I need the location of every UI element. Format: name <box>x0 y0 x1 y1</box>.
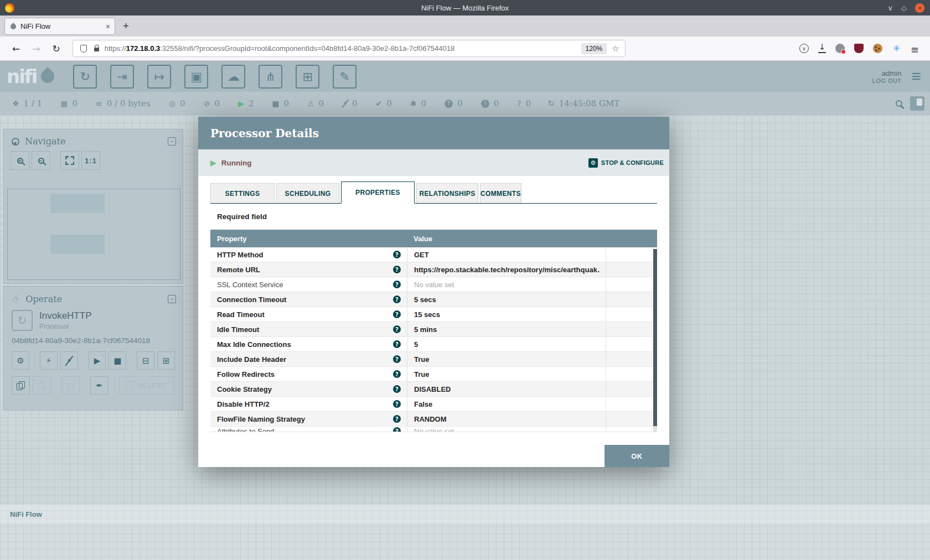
lock-icon[interactable] <box>94 48 99 51</box>
zoom-actual-button[interactable]: 1:1 <box>81 151 100 170</box>
property-value-cell[interactable]: GET <box>407 247 606 262</box>
last-refreshed-time: 14:45:08 GMT <box>559 98 619 108</box>
stop-button[interactable]: ■ <box>108 351 126 370</box>
property-value-cell[interactable]: DISABLED <box>407 382 606 396</box>
zoom-level-badge[interactable]: 120% <box>581 43 607 54</box>
tab-close-icon[interactable]: × <box>106 22 110 31</box>
process-group-icon[interactable]: ▣ <box>184 65 208 89</box>
ok-button[interactable]: OK <box>604 445 669 467</box>
property-value-cell[interactable]: 15 secs <box>407 307 606 322</box>
help-icon[interactable]: ? <box>393 400 401 408</box>
start-button[interactable]: ▶ <box>89 351 106 370</box>
remote-process-group-icon[interactable]: ☁ <box>221 65 245 89</box>
help-icon[interactable]: ? <box>393 385 401 393</box>
disable-button[interactable]: ⚡ <box>60 351 78 370</box>
browser-tab[interactable]: NiFi Flow × <box>4 18 115 35</box>
enable-button[interactable]: ⚡ <box>40 351 58 370</box>
pocket-icon[interactable]: ∨ <box>799 44 809 53</box>
processor-icon[interactable]: ↻ <box>73 65 97 89</box>
refresh-icon[interactable]: ↻ <box>547 98 555 108</box>
zoom-out-button[interactable]: − <box>32 151 50 170</box>
help-icon[interactable]: ? <box>393 427 401 432</box>
operate-buttons-row1: ⚙ ⚡ ⚡ ▶ ■ ⊟ ⊞ <box>12 351 175 370</box>
table-scrollbar-thumb[interactable] <box>653 249 657 426</box>
stop-and-configure-button[interactable]: ⚙ STOP & CONFIGURE <box>588 158 664 168</box>
reload-button[interactable]: ↻ <box>53 43 60 54</box>
help-icon[interactable]: ? <box>393 355 401 363</box>
dialog-tab[interactable]: SCHEDULING <box>276 183 339 203</box>
table-scrollbar[interactable] <box>653 249 657 432</box>
dialog-tab[interactable]: COMMENTS <box>480 183 521 203</box>
help-icon[interactable]: ? <box>393 415 401 423</box>
property-value-cell[interactable]: No value set <box>407 427 606 432</box>
panel-toggle-icon[interactable] <box>910 96 924 111</box>
global-menu-icon[interactable]: ≡ <box>911 68 921 85</box>
hamburger-menu-icon[interactable]: ≡ <box>911 44 920 53</box>
paste-button[interactable] <box>33 376 51 395</box>
delete-button[interactable]: DELETE <box>119 376 174 395</box>
row-actions-cell <box>606 337 657 351</box>
property-value-cell[interactable]: 5 secs <box>407 292 606 307</box>
dialog-tab[interactable]: SETTINGS <box>210 183 275 203</box>
not-transmitting-icon: ⊘ 0 <box>204 98 220 108</box>
forward-button[interactable]: → <box>32 43 40 54</box>
row-actions-cell <box>606 412 657 426</box>
zoom-fit-button[interactable] <box>60 151 79 170</box>
ublock-shield-icon[interactable] <box>854 44 864 53</box>
browser-navbar: ← → ↻ https://172.18.0.3:32558/nifi/?pro… <box>0 37 930 61</box>
help-icon[interactable]: ? <box>393 266 401 273</box>
property-value-cell[interactable]: 5 mins <box>407 322 606 336</box>
queued-icon: ≡ 0 / 0 bytes <box>96 98 151 108</box>
property-value-cell[interactable]: True <box>407 367 606 381</box>
label-icon[interactable]: ✎ <box>333 65 356 89</box>
property-value-cell[interactable]: True <box>407 352 606 366</box>
help-icon[interactable]: ? <box>393 281 401 288</box>
change-color-button[interactable]: ✒ <box>90 376 108 395</box>
new-tab-button[interactable]: + <box>123 20 129 32</box>
create-template-button[interactable]: ⊟ <box>137 351 154 370</box>
property-value-cell[interactable]: RANDOM <box>407 412 606 426</box>
help-icon[interactable]: ? <box>393 251 401 258</box>
running-icon: ▶ 2 <box>238 98 254 108</box>
property-value-cell[interactable]: 5 <box>407 337 606 351</box>
window-maximize-icon[interactable]: ◇ <box>901 4 907 12</box>
tracking-protection-icon[interactable] <box>80 45 87 53</box>
help-icon[interactable]: ? <box>393 310 401 318</box>
dialog-tab[interactable]: RELATIONSHIPS <box>416 183 478 203</box>
window-shade-icon[interactable]: ∨ <box>887 4 893 12</box>
group-button[interactable]: ⊞ <box>157 351 175 370</box>
help-icon[interactable]: ? <box>393 295 401 303</box>
back-button[interactable]: ← <box>12 43 20 54</box>
window-close-icon[interactable]: × <box>915 3 924 13</box>
zoom-in-button[interactable]: + <box>11 151 29 170</box>
property-value-cell[interactable]: False <box>407 397 606 411</box>
funnel-icon[interactable]: ⋔ <box>259 65 282 89</box>
property-value-cell[interactable]: No value set <box>407 277 606 292</box>
output-port-icon[interactable]: ↦ <box>147 65 171 89</box>
property-value-cell[interactable]: https://repo.stackable.tech/repository/m… <box>407 262 606 277</box>
downloads-icon[interactable]: ↓ <box>818 44 826 53</box>
help-icon[interactable]: ? <box>393 370 401 378</box>
collapse-navigate-button[interactable]: − <box>168 137 176 146</box>
help-icon[interactable]: ? <box>393 340 401 348</box>
dialog-tab[interactable]: PROPERTIES <box>341 182 415 204</box>
collapse-operate-button[interactable]: − <box>168 295 176 303</box>
group-selection-button[interactable]: ⊡ <box>61 376 80 395</box>
copy-button[interactable] <box>12 376 30 395</box>
breadcrumb[interactable]: NiFi Flow <box>10 510 42 518</box>
extension-icon[interactable] <box>835 44 845 53</box>
row-actions-cell <box>606 322 657 336</box>
dialog-status-strip: ▶ Running ⚙ STOP & CONFIGURE <box>198 149 669 176</box>
bookmark-star-icon[interactable]: ☆ <box>612 44 619 54</box>
multi-account-icon[interactable]: ✳ <box>892 44 901 53</box>
help-icon[interactable]: ? <box>393 325 401 333</box>
template-icon[interactable]: ⊞ <box>296 65 319 89</box>
input-port-icon[interactable]: ⇥ <box>110 65 134 89</box>
logout-link[interactable]: LOG OUT <box>872 77 901 84</box>
configure-button[interactable]: ⚙ <box>12 351 29 370</box>
birdseye-view[interactable] <box>7 189 180 280</box>
search-icon[interactable] <box>896 100 902 107</box>
cookie-extension-icon[interactable] <box>873 44 882 53</box>
url-bar[interactable]: https://172.18.0.3:32558/nifi/?processGr… <box>73 40 626 57</box>
paste-icon <box>38 381 46 390</box>
